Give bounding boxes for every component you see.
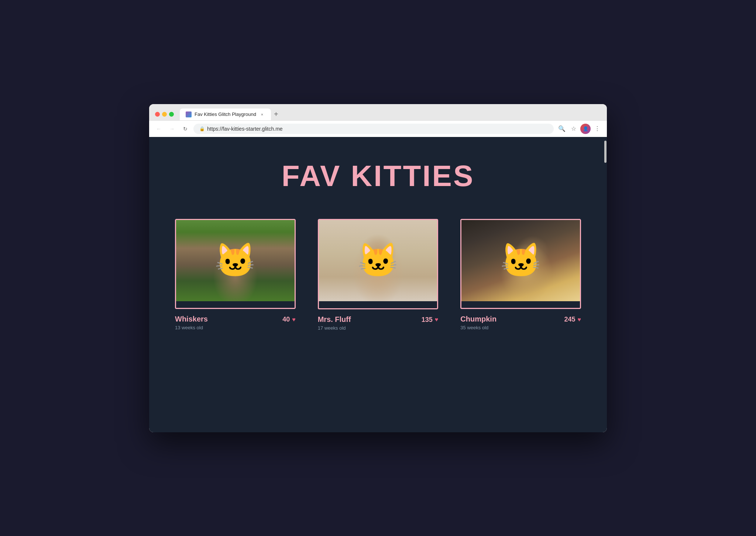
kitty-image-wrapper-2: 🐱: [318, 219, 439, 309]
kitty-votes-2[interactable]: 135 ♥: [422, 316, 439, 324]
nav-actions: 🔍 ☆ 👤 ⋮: [557, 124, 602, 134]
lock-icon: 🔒: [199, 126, 205, 131]
page-content: FAV KITTIES 🐱 Whiskers 13 weeks old: [149, 137, 607, 432]
tab-bar: Fav Kitties Glitch Playground × +: [180, 109, 281, 120]
address-bar[interactable]: 🔒 https://fav-kitties-starter.glitch.me: [193, 124, 554, 134]
search-icon[interactable]: 🔍: [557, 124, 567, 134]
active-tab[interactable]: Fav Kitties Glitch Playground ×: [180, 109, 271, 120]
kitty-details-3: Chumpkin 35 weeks old: [460, 315, 496, 330]
kitty-age-3: 35 weeks old: [460, 325, 496, 330]
close-button[interactable]: [155, 112, 160, 117]
scrollbar-thumb[interactable]: [604, 141, 606, 163]
kitty-image-wrapper-1: 🐱: [175, 219, 296, 309]
kitty-card-whiskers: 🐱 Whiskers 13 weeks old 40 ♥: [175, 219, 296, 331]
kitty-info-2: Mrs. Fluff 17 weeks old 135 ♥: [318, 315, 439, 331]
tab-title: Fav Kitties Glitch Playground: [195, 111, 256, 117]
refresh-button[interactable]: ↻: [180, 124, 190, 134]
traffic-lights: [155, 112, 174, 117]
kitty-info-1: Whiskers 13 weeks old 40 ♥: [175, 315, 296, 330]
kitty-age-2: 17 weeks old: [318, 325, 351, 331]
new-tab-button[interactable]: +: [271, 109, 281, 120]
page-title: FAV KITTIES: [282, 159, 475, 193]
kitty-card-chumpkin: 🐱 Chumpkin 35 weeks old 245 ♥: [460, 219, 581, 331]
kitty-image-sepia: 🐱: [319, 220, 437, 301]
page-wrapper: FAV KITTIES 🐱 Whiskers 13 weeks old: [149, 137, 607, 432]
browser-window: Fav Kitties Glitch Playground × + ← → ↻ …: [149, 104, 607, 432]
kitty-image-outdoor: 🐱: [176, 220, 295, 301]
heart-icon-3: ♥: [577, 316, 581, 323]
kitty-card-mrs-fluff: 🐱 Mrs. Fluff 17 weeks old 135 ♥: [318, 219, 439, 331]
heart-icon-2: ♥: [435, 316, 439, 323]
kitty-details-1: Whiskers 13 weeks old: [175, 315, 208, 330]
tab-close-button[interactable]: ×: [259, 111, 265, 117]
kitty-image-tabby: 🐱: [461, 220, 580, 301]
kitty-age-1: 13 weeks old: [175, 325, 208, 330]
forward-button[interactable]: →: [167, 124, 177, 134]
kitty-name-3: Chumpkin: [460, 315, 496, 323]
kitty-votes-3[interactable]: 245 ♥: [564, 316, 581, 323]
kitty-votes-1[interactable]: 40 ♥: [282, 316, 296, 323]
heart-icon-1: ♥: [292, 316, 296, 323]
vote-count-2: 135: [422, 316, 433, 324]
kitty-name-2: Mrs. Fluff: [318, 315, 351, 324]
back-button[interactable]: ←: [154, 124, 164, 134]
kitty-name-1: Whiskers: [175, 315, 208, 323]
maximize-button[interactable]: [169, 112, 174, 117]
vote-count-3: 245: [564, 316, 575, 323]
kitty-info-3: Chumpkin 35 weeks old 245 ♥: [460, 315, 581, 330]
kitty-image-wrapper-3: 🐱: [460, 219, 581, 309]
navigation-bar: ← → ↻ 🔒 https://fav-kitties-starter.glit…: [149, 120, 607, 137]
browser-chrome: Fav Kitties Glitch Playground × + ← → ↻ …: [149, 104, 607, 137]
kitty-details-2: Mrs. Fluff 17 weeks old: [318, 315, 351, 331]
vote-count-1: 40: [282, 316, 290, 323]
url-text: https://fav-kitties-starter.glitch.me: [207, 126, 283, 132]
scrollbar-track[interactable]: [604, 137, 607, 432]
minimize-button[interactable]: [162, 112, 167, 117]
tab-favicon: [186, 111, 192, 117]
menu-icon[interactable]: ⋮: [592, 124, 602, 134]
title-bar: Fav Kitties Glitch Playground × +: [149, 104, 607, 120]
bookmark-icon[interactable]: ☆: [568, 124, 579, 134]
kitties-grid: 🐱 Whiskers 13 weeks old 40 ♥: [175, 219, 581, 331]
profile-avatar[interactable]: 👤: [580, 124, 591, 134]
